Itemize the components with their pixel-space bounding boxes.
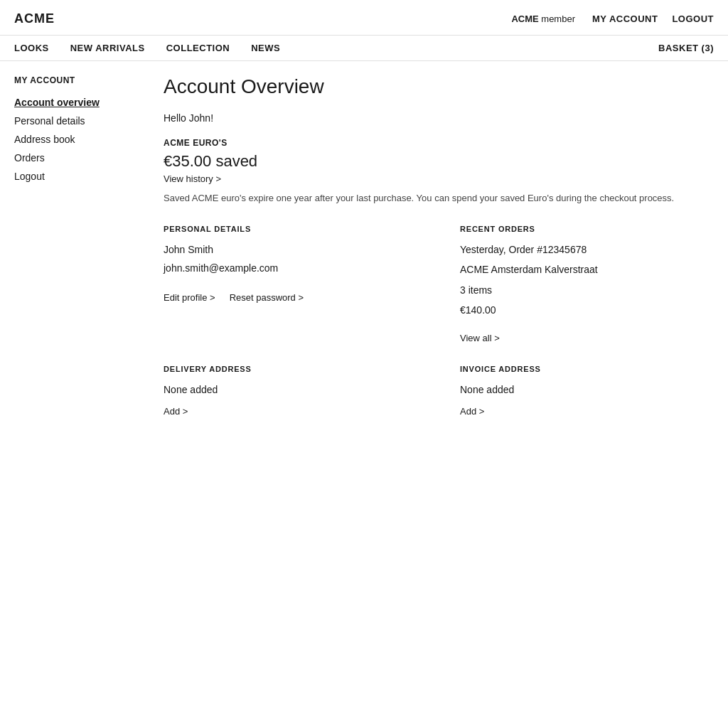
add-delivery-address-link[interactable]: Add > (164, 406, 417, 417)
top-bar: ACME ACME member MY ACCOUNT LOGOUT (0, 0, 728, 36)
delivery-address-label: DELIVERY ADDRESS (164, 365, 417, 373)
edit-profile-link[interactable]: Edit profile > (164, 292, 215, 303)
my-account-link[interactable]: MY ACCOUNT (592, 14, 658, 24)
personal-details-links: Edit profile > Reset password > (164, 287, 417, 303)
basket-button[interactable]: BASKET (3) (658, 43, 714, 53)
acme-member-badge: ACME member (511, 14, 575, 24)
acme-member-brand: ACME (511, 14, 538, 24)
sidebar-item-account-overview[interactable]: Account overview (14, 97, 135, 108)
sidebar-item-orders[interactable]: Orders (14, 152, 135, 164)
personal-details-email: john.smith@example.com (164, 260, 417, 276)
top-right-area: ACME member MY ACCOUNT LOGOUT (511, 14, 714, 24)
logo[interactable]: ACME (14, 11, 55, 26)
add-invoice-address-link[interactable]: Add > (460, 406, 714, 417)
nav-links: LOOKS NEW ARRIVALS COLLECTION NEWS (14, 43, 280, 53)
invoice-address-status: None added (460, 382, 714, 397)
sidebar-item-personal-details[interactable]: Personal details (14, 115, 135, 127)
recent-orders-label: RECENT ORDERS (460, 225, 714, 233)
view-history-link[interactable]: View history > (164, 173, 714, 184)
euro-note: Saved ACME euro's expire one year after … (164, 193, 714, 203)
order-amount: €140.00 (460, 302, 714, 318)
main-layout: MY ACCOUNT Account overview Personal det… (0, 61, 728, 431)
invoice-address-label: INVOICE ADDRESS (460, 365, 714, 373)
sidebar-title: MY ACCOUNT (14, 75, 135, 85)
delivery-address-block: DELIVERY ADDRESS None added Add > (164, 365, 417, 417)
top-right-links: MY ACCOUNT LOGOUT (592, 14, 714, 24)
sidebar-item-address-book[interactable]: Address book (14, 134, 135, 145)
nav-collection[interactable]: COLLECTION (166, 43, 230, 53)
sections-grid: PERSONAL DETAILS John Smith john.smith@e… (164, 225, 714, 417)
main-nav: LOOKS NEW ARRIVALS COLLECTION NEWS BASKE… (0, 36, 728, 61)
order-date: Yesterday, Order #12345678 (460, 242, 714, 257)
acme-euro-title: ACME EURO'S (164, 138, 714, 148)
sidebar-item-logout[interactable]: Logout (14, 171, 135, 182)
reset-password-link[interactable]: Reset password > (230, 292, 304, 303)
recent-orders-block: RECENT ORDERS Yesterday, Order #12345678… (460, 225, 714, 343)
personal-details-label: PERSONAL DETAILS (164, 225, 417, 233)
delivery-address-status: None added (164, 382, 417, 397)
acme-euro-section: ACME EURO'S €35.00 saved View history > … (164, 138, 714, 203)
page-title: Account Overview (164, 75, 714, 98)
nav-new-arrivals[interactable]: NEW ARRIVALS (70, 43, 145, 53)
sidebar: MY ACCOUNT Account overview Personal det… (14, 75, 149, 417)
nav-looks[interactable]: LOOKS (14, 43, 49, 53)
acme-member-label: member (541, 14, 575, 24)
sidebar-nav: Account overview Personal details Addres… (14, 97, 135, 182)
greeting: Hello John! (164, 112, 714, 124)
content-area: Account Overview Hello John! ACME EURO'S… (149, 75, 714, 417)
saved-amount: €35.00 saved (164, 152, 714, 171)
logout-link[interactable]: LOGOUT (672, 14, 714, 24)
personal-details-block: PERSONAL DETAILS John Smith john.smith@e… (164, 225, 417, 343)
order-items: 3 items (460, 282, 714, 298)
order-store: ACME Amsterdam Kalverstraat (460, 262, 714, 277)
nav-news[interactable]: NEWS (251, 43, 280, 53)
view-all-orders-link[interactable]: View all > (460, 333, 714, 343)
personal-details-name: John Smith (164, 242, 417, 257)
invoice-address-block: INVOICE ADDRESS None added Add > (460, 365, 714, 417)
